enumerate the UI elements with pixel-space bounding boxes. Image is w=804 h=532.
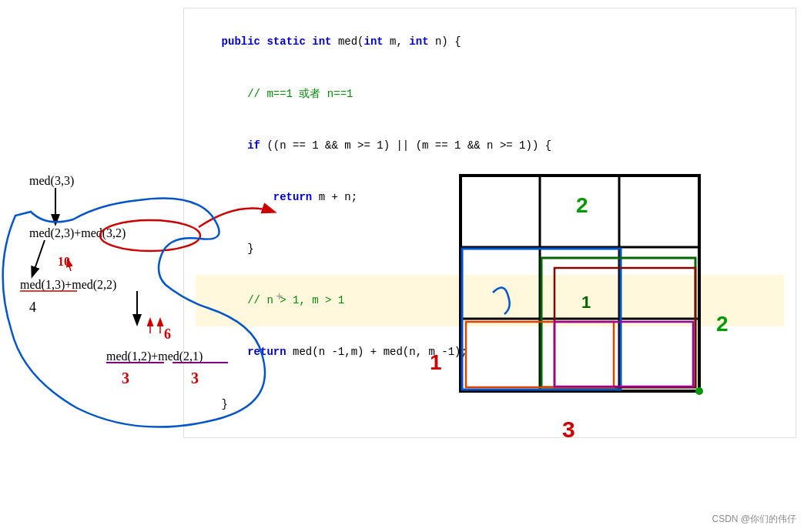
code-line-3: if ((n == 1 && m >= 1) || (m == 1 && n >…	[196, 119, 784, 171]
label-3-left: 3	[122, 370, 129, 386]
node-med33: med(3,3)	[29, 174, 74, 188]
node-med13-med22: med(1,3)+med(2,2)	[20, 278, 116, 292]
watermark: CSDN @你们的伟仔	[712, 513, 796, 526]
code-line-1: public static int med(int m, int n) {	[196, 16, 784, 68]
code-line-8: }	[196, 378, 784, 430]
node-med23-med32: med(2,3)+med(3,2)	[29, 226, 126, 240]
code-line-2: // m==1 或者 n==1	[196, 68, 784, 119]
code-line-5: }	[196, 223, 784, 275]
label-10: 10	[58, 255, 70, 268]
code-line-4: return m + n;	[196, 172, 784, 223]
code-line-6: // n > 1, m > 1	[196, 275, 784, 326]
label-6: 6	[164, 326, 171, 342]
code-line-7: return med(n -1,m) + med(n, m -1);	[196, 326, 784, 378]
code-block: public static int med(int m, int n) { //…	[183, 8, 796, 438]
label-4: 4	[29, 299, 36, 315]
svg-line-2	[32, 240, 45, 276]
